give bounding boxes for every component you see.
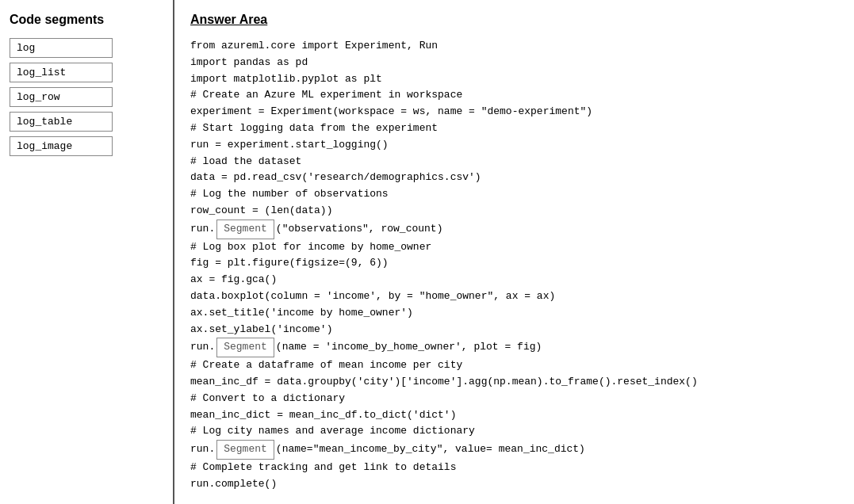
segment-after-11: ("observations", row_count): [276, 221, 443, 238]
code-text-12: # Log box plot for income by home_owner: [190, 239, 431, 256]
code-text-4: experiment = Experiment(workspace = ws, …: [190, 104, 592, 120]
segment-after-18: (name = 'income_by_home_owner', plot = f…: [276, 339, 542, 356]
code-segment-btn-log_list[interactable]: log_list: [10, 63, 113, 82]
code-text-8: data = pd.read_csv('research/demographic…: [190, 170, 481, 186]
code-line-12: # Log box plot for income by home_owner: [190, 239, 838, 256]
code-text-1: import pandas as pd: [190, 55, 308, 71]
right-panel: Answer Area from azureml.core import Exp…: [174, 0, 854, 504]
code-line-21: # Convert to a dictionary: [190, 391, 838, 407]
code-text-26: run.complete(): [190, 476, 277, 493]
code-text-14: ax = fig.gca(): [190, 272, 277, 288]
code-segment-btn-log_row[interactable]: log_row: [10, 87, 113, 107]
segment-drop-18[interactable]: Segment: [216, 338, 274, 357]
code-line-9: # Log the number of observations: [190, 186, 838, 203]
segment-before-24: run.: [190, 441, 215, 458]
code-line-16: ax.set_title('income by home_owner'): [190, 305, 838, 322]
code-area: from azureml.core import Experiment, Run…: [190, 38, 838, 493]
code-segment-line-18: run.Segment(name = 'income_by_home_owner…: [190, 338, 838, 357]
code-text-15: data.boxplot(column = 'income', by = "ho…: [190, 288, 555, 305]
code-line-8: data = pd.read_csv('research/demographic…: [190, 170, 838, 186]
code-text-13: fig = plt.figure(figsize=(9, 6)): [190, 255, 389, 272]
code-text-25: # Complete tracking and get link to deta…: [190, 460, 456, 476]
code-text-19: # Create a dataframe of mean income per …: [190, 357, 462, 374]
left-panel: Code segments loglog_listlog_rowlog_tabl…: [0, 0, 174, 504]
code-line-25: # Complete tracking and get link to deta…: [190, 460, 838, 476]
code-segment-line-24: run.Segment(name="mean_income_by_city", …: [190, 440, 838, 460]
code-text-17: ax.set_ylabel('income'): [190, 322, 332, 338]
code-line-3: # Create an Azure ML experiment in works…: [190, 87, 838, 104]
segment-after-24: (name="mean_income_by_city", value= mean…: [276, 441, 585, 458]
code-text-10: row_count = (len(data)): [190, 203, 332, 220]
segment-drop-24[interactable]: Segment: [216, 440, 274, 460]
segment-before-11: run.: [190, 221, 215, 238]
code-text-5: # Start logging data from the experiment: [190, 120, 438, 137]
code-line-7: # load the dataset: [190, 154, 838, 170]
left-panel-title: Code segments: [10, 13, 163, 27]
code-line-10: row_count = (len(data)): [190, 203, 838, 220]
segment-drop-11[interactable]: Segment: [216, 220, 274, 239]
code-text-20: mean_inc_df = data.groupby('city')['inco…: [190, 374, 698, 391]
code-text-2: import matplotlib.pyplot as plt: [190, 71, 382, 88]
code-line-20: mean_inc_df = data.groupby('city')['inco…: [190, 374, 838, 391]
code-line-26: run.complete(): [190, 476, 838, 493]
code-line-14: ax = fig.gca(): [190, 272, 838, 288]
code-line-22: mean_inc_dict = mean_inc_df.to_dict('dic…: [190, 407, 838, 424]
code-text-0: from azureml.core import Experiment, Run: [190, 38, 438, 55]
code-text-23: # Log city names and average income dict…: [190, 423, 475, 440]
segment-before-18: run.: [190, 339, 215, 356]
code-line-2: import matplotlib.pyplot as plt: [190, 71, 838, 88]
code-line-13: fig = plt.figure(figsize=(9, 6)): [190, 255, 838, 272]
code-text-7: # load the dataset: [190, 154, 301, 170]
code-line-17: ax.set_ylabel('income'): [190, 322, 838, 338]
code-line-19: # Create a dataframe of mean income per …: [190, 357, 838, 374]
code-segment-btn-log[interactable]: log: [10, 38, 113, 58]
code-line-5: # Start logging data from the experiment: [190, 120, 838, 137]
code-segment-btn-log_image[interactable]: log_image: [10, 136, 113, 156]
code-text-22: mean_inc_dict = mean_inc_df.to_dict('dic…: [190, 407, 456, 424]
code-text-9: # Log the number of observations: [190, 186, 389, 203]
code-segment-line-11: run.Segment("observations", row_count): [190, 220, 838, 239]
code-line-4: experiment = Experiment(workspace = ws, …: [190, 104, 838, 120]
answer-area-title: Answer Area: [190, 13, 838, 27]
code-line-23: # Log city names and average income dict…: [190, 423, 838, 440]
code-segments-list: loglog_listlog_rowlog_tablelog_image: [10, 38, 163, 156]
code-segment-btn-log_table[interactable]: log_table: [10, 112, 113, 132]
code-text-21: # Convert to a dictionary: [190, 391, 345, 407]
code-line-0: from azureml.core import Experiment, Run: [190, 38, 838, 55]
code-text-6: run = experiment.start_logging(): [190, 137, 389, 154]
code-text-3: # Create an Azure ML experiment in works…: [190, 87, 462, 104]
code-line-1: import pandas as pd: [190, 55, 838, 71]
code-line-6: run = experiment.start_logging(): [190, 137, 838, 154]
code-line-15: data.boxplot(column = 'income', by = "ho…: [190, 288, 838, 305]
code-text-16: ax.set_title('income by home_owner'): [190, 305, 413, 322]
